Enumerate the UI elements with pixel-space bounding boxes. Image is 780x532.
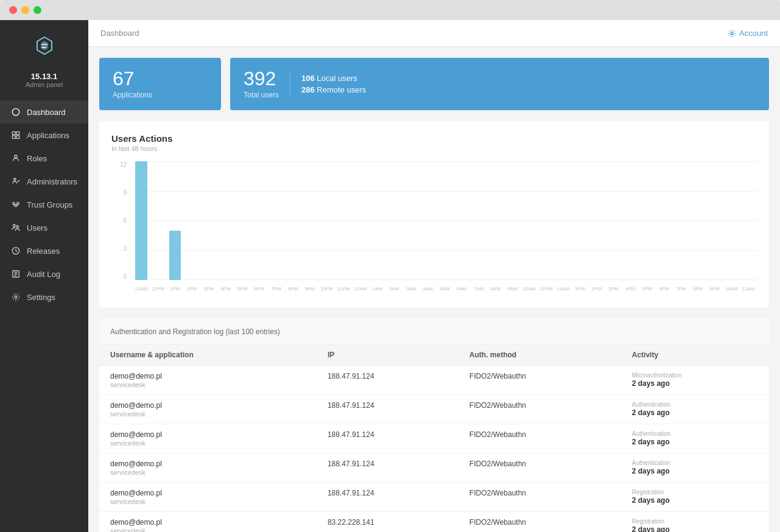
td-ip: 188.47.91.124	[317, 395, 459, 424]
username: demo@demo.pl	[110, 372, 306, 380]
app-name: servicedesk	[110, 527, 306, 532]
bar-col	[740, 161, 757, 280]
svg-rect-2	[16, 131, 19, 135]
sidebar-item-label-dashboard: Dashboard	[27, 108, 66, 117]
sidebar: 15.13.1 Admin panel Dashboard Applicatio…	[0, 20, 88, 532]
bar-col	[234, 161, 251, 280]
bar-col	[639, 161, 656, 280]
bar-col	[420, 161, 437, 280]
logo-mark	[32, 35, 57, 60]
sidebar-item-label-releases: Releases	[27, 247, 60, 256]
username: demo@demo.pl	[110, 430, 306, 439]
td-auth: FIDO2/Webauthn	[459, 424, 621, 453]
x-label: 6PM	[656, 286, 673, 292]
content-area: 67 Applications 392 Total users 106	[88, 47, 780, 532]
roles-icon	[11, 153, 21, 163]
local-users-stat: 106 Local users	[301, 74, 366, 83]
x-label: 1PM	[166, 286, 183, 292]
sidebar-item-releases[interactable]: Releases	[0, 239, 88, 262]
stat-users: 392 Total users 106 Local users 286 Re	[230, 58, 769, 110]
bar-col	[504, 161, 521, 280]
svg-point-10	[15, 296, 17, 298]
activity-time: 2 days ago	[632, 467, 758, 475]
activity-type: Authentication	[632, 460, 758, 466]
x-label: 4PM	[622, 286, 639, 292]
td-username: demo@demo.pl servicedesk	[99, 453, 317, 483]
col-activity: Activity	[621, 345, 769, 366]
sidebar-item-label-applications: Applications	[27, 131, 69, 140]
activity-type: Registration	[632, 518, 758, 525]
chart-container: 12 9 6 3 0	[111, 161, 757, 295]
window-dot-yellow[interactable]	[21, 6, 29, 14]
x-label: 7PM	[268, 286, 285, 292]
sidebar-item-administrators[interactable]: Administrators	[0, 170, 88, 193]
applications-number: 67	[113, 69, 208, 88]
sidebar-item-audit-log[interactable]: Audit Log	[0, 262, 88, 285]
users-icon	[11, 223, 21, 233]
svg-rect-4	[16, 136, 19, 139]
version-sub: Admin panel	[0, 81, 88, 88]
bar-col	[166, 161, 183, 280]
administrators-icon	[11, 177, 21, 186]
account-button[interactable]: Account	[728, 29, 768, 38]
td-activity: Authentication 2 days ago	[621, 424, 769, 453]
x-label: 12PM	[150, 286, 167, 292]
bar-col	[689, 161, 706, 280]
x-label: 11AM	[133, 286, 150, 292]
table-row: demo@demo.pl servicedesk 83.22.228.141 F…	[99, 512, 769, 533]
bar-col	[150, 161, 167, 280]
x-label: 8PM	[689, 286, 706, 292]
bar-col	[706, 161, 723, 280]
app-container: 15.13.1 Admin panel Dashboard Applicatio…	[0, 20, 780, 532]
sidebar-item-label-audit-log: Audit Log	[27, 270, 60, 279]
table-row: demo@demo.pl servicedesk 188.47.91.124 F…	[99, 366, 769, 395]
bar-col	[470, 161, 487, 280]
col-username: Username & application	[99, 345, 317, 366]
log-section: Authentication and Registration log (las…	[99, 318, 769, 532]
td-auth: FIDO2/Webauthn	[459, 366, 621, 395]
bar-col	[656, 161, 673, 280]
bar-col	[437, 161, 454, 280]
version-number: 15.13.1	[0, 72, 88, 81]
sidebar-item-dashboard[interactable]: Dashboard	[0, 100, 88, 124]
x-label: 2AM	[386, 286, 403, 292]
bar-col	[723, 161, 740, 280]
svg-rect-1	[12, 131, 15, 135]
window-dot-green[interactable]	[33, 6, 41, 14]
total-users-number: 392	[244, 69, 279, 88]
sidebar-item-trust-groups[interactable]: Trust Groups	[0, 193, 88, 216]
x-labels: 11AM12PM1PM2PM3PM4PM5PM6PM7PM8PM9PM10PM1…	[133, 282, 757, 295]
td-ip: 188.47.91.124	[317, 453, 459, 483]
account-label: Account	[739, 29, 768, 38]
stat-sub-info: 106 Local users 286 Remote users	[301, 74, 366, 94]
sidebar-item-label-trust-groups: Trust Groups	[27, 200, 72, 209]
bar-col	[284, 161, 301, 280]
app-name: servicedesk	[110, 469, 306, 476]
bar-col	[200, 161, 217, 280]
x-label: 3PM	[605, 286, 622, 292]
chart-y-axis: 12 9 6 3 0	[111, 161, 130, 280]
x-label: 9PM	[706, 286, 723, 292]
sidebar-item-settings[interactable]: Settings	[0, 285, 88, 309]
sidebar-item-users[interactable]: Users	[0, 216, 88, 239]
trust-groups-icon	[11, 200, 21, 209]
chart-title: Users Actions	[111, 133, 757, 144]
page-title: Dashboard	[100, 29, 139, 38]
x-label: 11PM	[538, 286, 555, 292]
x-label: 6PM	[251, 286, 268, 292]
sidebar-item-roles[interactable]: Roles	[0, 147, 88, 170]
x-label: 4PM	[217, 286, 234, 292]
stat-divider	[290, 72, 290, 96]
applications-icon	[11, 130, 21, 140]
total-users-label: Total users	[244, 91, 279, 99]
activity-time: 2 days ago	[632, 525, 758, 532]
x-label: 3AM	[402, 286, 420, 292]
td-ip: 83.22.228.141	[317, 512, 459, 533]
settings-icon	[11, 292, 21, 302]
sidebar-item-applications[interactable]: Applications	[0, 124, 88, 147]
log-header: Authentication and Registration log (las…	[99, 318, 769, 345]
app-name: servicedesk	[110, 439, 306, 447]
x-label: 11AM	[740, 286, 757, 292]
window-dot-red[interactable]	[9, 6, 17, 14]
activity-type: Authentication	[632, 430, 758, 437]
